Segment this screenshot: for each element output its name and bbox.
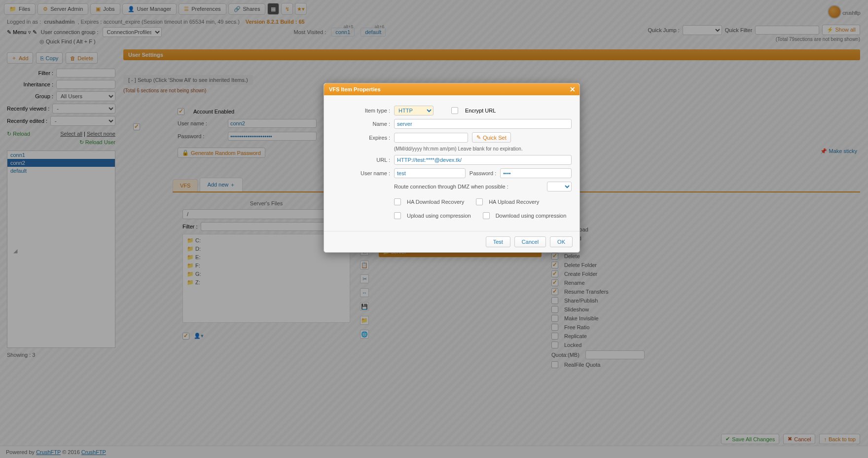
modal-password-label: Password :: [470, 170, 496, 176]
modal-title: VFS Item Properties: [329, 86, 381, 92]
quick-set-button[interactable]: ✎ Quick Set: [472, 132, 511, 143]
modal-footer: Test Cancel OK: [324, 231, 579, 252]
dmz-select[interactable]: [547, 182, 572, 191]
expires-input[interactable]: [394, 133, 468, 143]
ha-download-checkbox[interactable]: [394, 198, 401, 205]
name-label: Name :: [332, 121, 390, 127]
encrypt-url-checkbox[interactable]: [451, 107, 458, 114]
ha-download-label: HA Download Recovery: [407, 199, 464, 205]
url-input[interactable]: [394, 155, 572, 165]
modal-password-input[interactable]: [500, 168, 572, 178]
modal-header[interactable]: VFS Item Properties ✕: [324, 83, 579, 95]
modal-username-input[interactable]: [394, 168, 466, 178]
encrypt-url-label: Encrypt URL: [465, 108, 496, 114]
expires-label: Expires :: [332, 135, 390, 141]
vfs-properties-modal: VFS Item Properties ✕ Item type : HTTP E…: [324, 83, 580, 253]
test-button[interactable]: Test: [486, 236, 510, 247]
modal-username-label: User name :: [332, 170, 390, 176]
name-input[interactable]: [394, 119, 572, 129]
ok-button[interactable]: OK: [550, 236, 573, 247]
ha-upload-checkbox[interactable]: [476, 198, 483, 205]
dmz-label: Route connection through DMZ when possib…: [394, 184, 543, 190]
download-compression-checkbox[interactable]: [483, 212, 490, 219]
download-compression-label: Download using compression: [496, 213, 567, 219]
modal-cancel-button[interactable]: Cancel: [514, 236, 546, 247]
close-icon[interactable]: ✕: [570, 85, 576, 93]
url-label: URL :: [332, 157, 390, 163]
upload-compression-label: Upload using compression: [407, 213, 471, 219]
item-type-select[interactable]: HTTP: [394, 106, 434, 115]
expires-hint: (MM/dd/yyyy hh:mm am/pm) Leave blank for…: [394, 146, 572, 152]
upload-compression-checkbox[interactable]: [394, 212, 401, 219]
item-type-label: Item type :: [332, 108, 390, 114]
ha-upload-label: HA Upload Recovery: [489, 199, 539, 205]
